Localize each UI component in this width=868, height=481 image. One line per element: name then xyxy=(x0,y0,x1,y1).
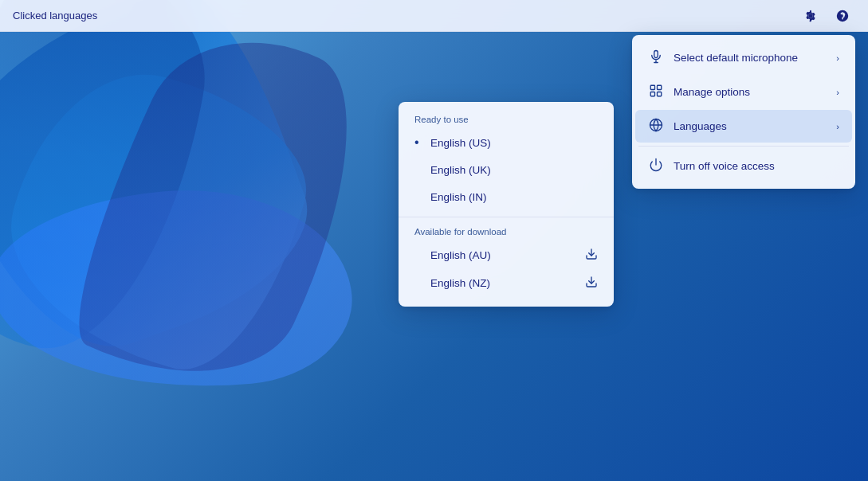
mic-icon xyxy=(648,49,664,66)
lang-divider xyxy=(399,217,614,217)
settings-button[interactable] xyxy=(798,3,823,29)
svg-rect-5 xyxy=(650,92,654,96)
menu-item-turn-off[interactable]: Turn off voice access xyxy=(635,150,852,182)
power-icon xyxy=(648,158,664,174)
menu-divider xyxy=(638,146,849,147)
gear-icon xyxy=(803,9,818,23)
bullet-icon-en-us: • xyxy=(414,135,427,150)
chevron-icon-mic: › xyxy=(836,53,839,63)
svg-rect-0 xyxy=(654,51,658,58)
topbar: Clicked languages xyxy=(0,0,868,32)
chevron-icon-languages: › xyxy=(836,122,839,131)
menu-item-label-turn-off: Turn off voice access xyxy=(674,160,839,172)
menu-item-label-manage-options: Manage options xyxy=(674,86,827,98)
lang-item-label-en-au: English (AU) xyxy=(430,249,585,261)
topbar-icons xyxy=(798,3,855,29)
lang-item-en-nz[interactable]: • English (NZ) xyxy=(399,269,614,297)
lang-item-en-uk[interactable]: • English (UK) xyxy=(399,156,614,183)
menu-item-manage-options[interactable]: Manage options › xyxy=(635,76,852,108)
menu-item-label-languages: Languages xyxy=(674,120,827,132)
topbar-title: Clicked languages xyxy=(13,10,97,22)
download-icon-en-au[interactable] xyxy=(585,248,598,263)
download-section-label: Available for download xyxy=(399,224,614,241)
lang-item-en-in[interactable]: • English (IN) xyxy=(399,183,614,210)
language-icon xyxy=(648,118,664,135)
menu-item-select-mic[interactable]: Select default microphone › xyxy=(635,41,852,74)
lang-item-en-us[interactable]: • English (US) xyxy=(399,129,614,156)
svg-rect-3 xyxy=(650,85,654,89)
lang-item-label-en-uk: English (UK) xyxy=(430,164,598,176)
lang-item-label-en-us: English (US) xyxy=(430,137,598,149)
language-panel: Ready to use • English (US) • English (U… xyxy=(399,102,614,307)
svg-rect-6 xyxy=(658,92,662,96)
ready-section-label: Ready to use xyxy=(399,111,614,129)
menu-item-languages[interactable]: Languages › xyxy=(635,110,852,143)
lang-item-label-en-in: English (IN) xyxy=(430,191,598,203)
download-icon-en-nz[interactable] xyxy=(585,276,598,291)
menu-item-label-select-mic: Select default microphone xyxy=(674,52,827,64)
options-icon xyxy=(648,84,664,100)
lang-item-label-en-nz: English (NZ) xyxy=(430,277,585,289)
gear-menu: Select default microphone › Manage optio… xyxy=(632,35,855,189)
lang-item-en-au[interactable]: • English (AU) xyxy=(399,241,614,269)
chevron-icon-options: › xyxy=(836,88,839,97)
svg-rect-4 xyxy=(658,85,662,89)
help-button[interactable] xyxy=(830,3,855,29)
help-icon xyxy=(835,9,850,23)
